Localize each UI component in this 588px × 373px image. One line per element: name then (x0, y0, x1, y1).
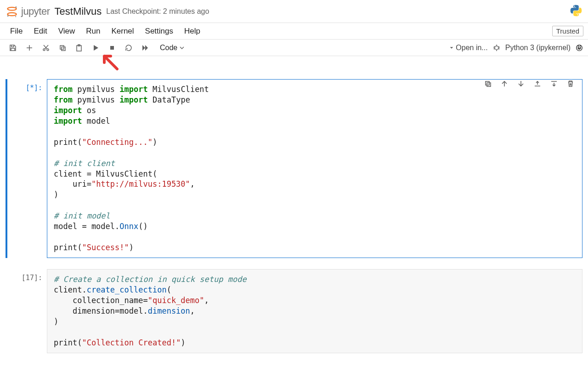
cell-toolbar (480, 77, 579, 90)
add-cell-button[interactable] (21, 41, 38, 55)
jupyter-icon (6, 5, 18, 18)
svg-rect-7 (60, 46, 64, 49)
chevron-down-icon (179, 45, 185, 51)
open-in-dropdown[interactable]: Open in... (449, 44, 487, 52)
svg-point-0 (7, 7, 16, 10)
checkpoint-text: Last Checkpoint: 2 minutes ago (106, 7, 209, 16)
cell-type-label: Code (160, 44, 177, 52)
cell-active-bar (6, 79, 7, 258)
move-up-button[interactable] (496, 77, 513, 90)
svg-point-3 (7, 15, 9, 16)
menu-run[interactable]: Run (80, 25, 106, 38)
header: jupyter TestMilvus Last Checkpoint: 2 mi… (0, 0, 588, 23)
cell-prompt: [17]: (9, 269, 47, 353)
move-down-button[interactable] (513, 77, 529, 90)
menu-settings[interactable]: Settings (140, 25, 179, 38)
menu-edit[interactable]: Edit (28, 25, 52, 38)
svg-rect-15 (487, 83, 491, 86)
jupyter-wordmark: jupyter (21, 6, 50, 17)
menu-file[interactable]: File (5, 25, 28, 38)
notebook-area: [*]: from pymilvus import MilvusClient f… (0, 56, 588, 373)
code-editor-1[interactable]: from pymilvus import MilvusClient from p… (47, 79, 582, 258)
duplicate-cell-button[interactable] (480, 77, 496, 90)
notebook-title[interactable]: TestMilvus (55, 6, 102, 17)
save-button[interactable] (5, 41, 21, 55)
svg-rect-14 (486, 81, 489, 85)
restart-button[interactable] (120, 41, 137, 55)
svg-point-5 (43, 49, 45, 51)
menu-view[interactable]: View (53, 25, 81, 38)
cell-prompt: [*]: (9, 79, 47, 258)
trusted-badge[interactable]: Trusted (552, 26, 583, 36)
svg-rect-9 (77, 46, 81, 51)
toolbar: Code Open in... Python 3 (ipykernel) (0, 40, 588, 56)
svg-point-4 (15, 16, 16, 17)
menu-kernel[interactable]: Kernel (106, 25, 139, 38)
svg-point-1 (7, 12, 16, 16)
svg-rect-8 (62, 47, 65, 51)
insert-above-button[interactable] (529, 77, 546, 90)
code-editor-2[interactable]: # Create a collection in quick setup mod… (47, 269, 582, 353)
insert-below-button[interactable] (546, 77, 562, 90)
cell-type-select[interactable]: Code (156, 43, 188, 53)
cut-button[interactable] (38, 41, 54, 55)
debugger-button[interactable] (492, 44, 501, 52)
kernel-status-icon[interactable] (575, 44, 583, 52)
delete-cell-button[interactable] (562, 77, 579, 90)
jupyter-logo[interactable]: jupyter (6, 5, 50, 18)
cell-1[interactable]: [*]: from pymilvus import MilvusClient f… (6, 79, 582, 258)
menubar: File Edit View Run Kernel Settings Help … (0, 23, 588, 40)
svg-point-12 (495, 46, 498, 50)
menu-help[interactable]: Help (179, 25, 206, 38)
copy-button[interactable] (54, 41, 71, 55)
caret-down-icon (449, 46, 454, 50)
run-button[interactable] (87, 41, 104, 55)
svg-point-6 (47, 49, 49, 51)
interrupt-button[interactable] (104, 41, 120, 55)
cell-bar (6, 269, 7, 353)
cell-2[interactable]: [17]: # Create a collection in quick set… (6, 269, 582, 353)
kernel-name[interactable]: Python 3 (ipykernel) (505, 44, 571, 52)
python-icon (570, 4, 582, 18)
paste-button[interactable] (71, 41, 87, 55)
svg-rect-11 (110, 46, 114, 50)
svg-point-2 (15, 6, 17, 7)
restart-run-all-button[interactable] (137, 41, 153, 55)
